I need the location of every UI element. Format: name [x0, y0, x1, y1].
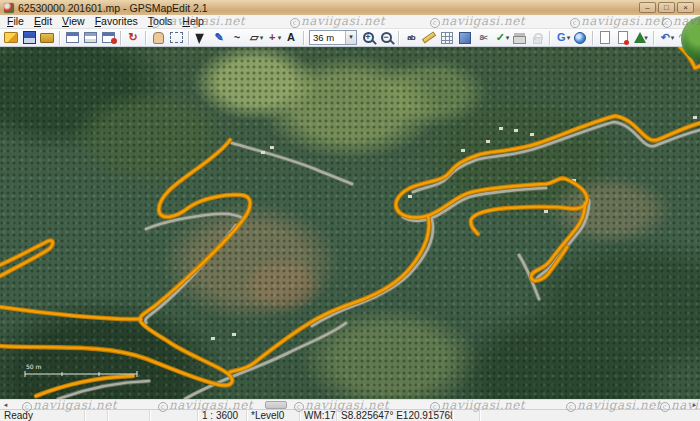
- close-map-icon: [40, 33, 54, 43]
- draw-polygon-icon: ▱: [247, 30, 262, 45]
- toolbar-separator: [398, 31, 399, 45]
- gps-track-layer: [0, 47, 700, 396]
- print-icon: [513, 36, 526, 44]
- draw-polyline-icon: ~: [230, 30, 245, 45]
- status-map-scale: 1 : 3600: [198, 410, 247, 421]
- draw-polyline-button[interactable]: ~: [228, 29, 246, 46]
- raster-background-icon: [459, 32, 471, 44]
- status-empty-5: [480, 410, 700, 421]
- save-icon: [23, 31, 36, 44]
- web-browser-button[interactable]: [571, 29, 589, 46]
- attach-file-icon: [102, 32, 115, 43]
- download-web-map-button[interactable]: ↻: [124, 29, 142, 46]
- menu-tools[interactable]: Tools: [143, 15, 178, 28]
- menu-view[interactable]: View: [57, 15, 90, 28]
- map-vector-layer: 50 m: [0, 47, 700, 399]
- select-button[interactable]: [192, 29, 210, 46]
- status-empty-2: [108, 410, 150, 421]
- import-button[interactable]: [614, 29, 632, 46]
- map-levels-button[interactable]: [81, 29, 99, 46]
- attach-file-button[interactable]: [99, 29, 117, 46]
- zoom-scale-combo[interactable]: 36 m▾: [309, 30, 357, 45]
- gpsmapedit-window: 62530000 201601.mp - GPSMapEdit 2.1 –□× …: [0, 0, 700, 421]
- menu-help[interactable]: Help: [177, 15, 209, 28]
- pan-button[interactable]: [149, 29, 167, 46]
- minimize-button[interactable]: –: [639, 2, 656, 13]
- horizontal-scrollbar[interactable]: ◄ ►: [0, 399, 700, 409]
- dropdown-arrow-icon[interactable]: ▾: [345, 31, 356, 44]
- edit-nodes-button[interactable]: ✎: [210, 29, 228, 46]
- lock-icon: [533, 37, 542, 44]
- map-properties-button[interactable]: [63, 29, 81, 46]
- vegetation-button[interactable]: ▾: [632, 29, 650, 46]
- menu-bar: FileEditViewFavoritesToolsHelp: [0, 15, 700, 29]
- draw-point-button[interactable]: +▾: [264, 29, 282, 46]
- open-map-button[interactable]: [2, 29, 20, 46]
- status-level: *Level0: [247, 410, 300, 421]
- menu-favorites[interactable]: Favorites: [90, 15, 143, 28]
- edit-nodes-icon: ✎: [212, 30, 227, 45]
- labels-button[interactable]: ab: [402, 29, 420, 46]
- toolbar-separator: [592, 31, 593, 45]
- zoom-out-icon: −: [381, 32, 392, 43]
- angles-button[interactable]: 8<: [474, 29, 492, 46]
- menu-edit[interactable]: Edit: [29, 15, 57, 28]
- toolbar-separator: [120, 31, 121, 45]
- status-ready: Ready: [0, 410, 85, 421]
- menu-file[interactable]: File: [2, 15, 29, 28]
- ruler-icon: [422, 31, 436, 43]
- toolbar-separator: [188, 31, 189, 45]
- zoom-select-button[interactable]: [167, 29, 185, 46]
- scale-bar-label: 50 m: [26, 363, 42, 370]
- raster-background-button[interactable]: [456, 29, 474, 46]
- draw-point-icon: +: [265, 30, 280, 45]
- window-title: 62530000 201601.mp - GPSMapEdit 2.1: [18, 2, 208, 14]
- ruler-button[interactable]: [420, 29, 438, 46]
- text-label-button[interactable]: A: [282, 29, 300, 46]
- toolbar-separator: [59, 31, 60, 45]
- grid-icon: [441, 32, 453, 44]
- window-controls: –□×: [639, 2, 696, 13]
- status-empty-1: [85, 410, 108, 421]
- text-label-icon: A: [284, 30, 299, 45]
- import-icon: [618, 31, 628, 44]
- title-bar[interactable]: 62530000 201601.mp - GPSMapEdit 2.1 –□×: [0, 0, 700, 15]
- road-layer: [58, 122, 700, 399]
- verify-map-button[interactable]: ✓▾: [492, 29, 510, 46]
- toolbar: ↻✎~▱▾+▾A36 m▾+−ab8<✓▾G▾▾↶▾↷▾✂✕: [0, 29, 700, 47]
- save-button[interactable]: [20, 29, 38, 46]
- new-page-button[interactable]: [596, 29, 614, 46]
- draw-polygon-button[interactable]: ▱▾: [246, 29, 264, 46]
- toolbar-separator: [303, 31, 304, 45]
- print-button[interactable]: [510, 29, 528, 46]
- pan-icon: [153, 32, 164, 44]
- maximize-button[interactable]: □: [658, 2, 675, 13]
- scrollbar-thumb[interactable]: [265, 401, 287, 409]
- angles-icon: 8<: [476, 30, 491, 45]
- labels-icon: ab: [404, 30, 419, 45]
- toolbar-separator: [653, 31, 654, 45]
- zoom-in-icon: +: [363, 32, 374, 43]
- open-map-icon: [4, 32, 18, 43]
- zoom-out-button[interactable]: −: [377, 29, 395, 46]
- grid-button[interactable]: [438, 29, 456, 46]
- google-button[interactable]: G▾: [553, 29, 571, 46]
- toolbar-separator: [145, 31, 146, 45]
- verify-map-icon: ✓: [493, 30, 508, 45]
- status-coordinates: S8.825647° E120.915768°: [337, 410, 453, 421]
- buildings-layer: [211, 116, 697, 340]
- close-button[interactable]: ×: [677, 2, 694, 13]
- status-web-zoom: WM:17: [300, 410, 337, 421]
- undo-button[interactable]: ↶▾: [657, 29, 675, 46]
- zoom-select-icon: [170, 32, 183, 43]
- status-bar: Ready 1 : 3600 *Level0 WM:17 S8.825647° …: [0, 409, 700, 421]
- zoom-in-button[interactable]: +: [359, 29, 377, 46]
- map-properties-icon: [66, 32, 79, 43]
- map-canvas[interactable]: 50 m: [0, 47, 700, 399]
- toolbar-separator: [549, 31, 550, 45]
- close-map-button[interactable]: [38, 29, 56, 46]
- map-levels-icon: [84, 32, 97, 43]
- status-empty-3: [150, 410, 198, 421]
- undo-icon: ↶: [658, 30, 673, 45]
- vegetation-icon: [634, 32, 646, 43]
